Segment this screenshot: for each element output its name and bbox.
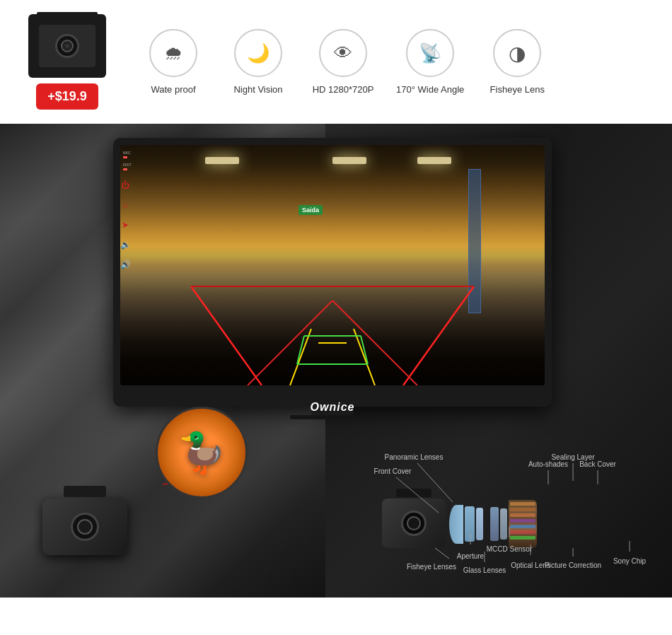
feature-hd: 👁 HD 1280*720P [311, 29, 375, 95]
bottom-camera-lens [71, 513, 99, 541]
svg-line-2 [290, 329, 311, 385]
hd-label: HD 1280*720P [313, 84, 374, 95]
glass-lenses-label: Glass Lenses [463, 566, 506, 574]
power-icon[interactable]: ⏻ [120, 180, 130, 190]
fisheye-lenses-label: Fisheye Lenses [407, 563, 456, 571]
fisheye-icon: ◑ [493, 29, 541, 77]
wide-angle-icon: 📡 [406, 29, 454, 77]
features-row: 🌧 Wate proof 🌙 Night Vision 👁 HD 1280*72… [141, 29, 651, 95]
camera-mount [42, 12, 92, 23]
feature-wide-angle: 📡 170° Wide Angle [396, 29, 464, 95]
feature-fisheye: ◑ Fisheye Lens [485, 29, 549, 95]
sony-chip-label: Sony Chip [613, 557, 647, 565]
wide-angle-label: 170° Wide Angle [396, 84, 464, 95]
waterproof-icon: 🌧 [149, 29, 197, 77]
waterproof-label: Wate proof [151, 84, 195, 95]
camera-lens [55, 34, 79, 58]
hd-icon: 👁 [319, 29, 367, 77]
top-section: +$19.9 🌧 Wate proof 🌙 Night Vision 👁 HD … [0, 0, 672, 124]
monitor-brand: Ownice [311, 401, 355, 414]
svg-line-0 [191, 286, 262, 385]
diagram-section: Auto-shades Sealing Layer Back Cover Pan… [361, 371, 658, 583]
rst-label: RST [123, 163, 132, 167]
camera-thumbnail: +$19.9 [21, 14, 113, 110]
svg-line-1 [403, 286, 474, 385]
feature-night-vision: 🌙 Night Vision [226, 29, 290, 95]
front-cover-label: Front Cover [374, 467, 412, 475]
fisheye-label: Fisheye Lens [490, 84, 545, 95]
bottom-camera-lens-inner [77, 519, 93, 535]
bottom-camera-body [42, 499, 127, 555]
camera-image [28, 14, 106, 78]
feature-waterproof: 🌧 Wate proof [141, 29, 205, 95]
price-badge[interactable]: +$19.9 [36, 83, 98, 110]
monitor-screen: Saida [120, 145, 545, 385]
svg-line-21 [435, 548, 449, 559]
vol-down-icon[interactable]: 🔉 [120, 240, 130, 250]
fisheye-circle: 🦆 [156, 407, 248, 499]
night-vision-label: Night Vision [233, 84, 282, 95]
auto-shades-label: Auto-shades [528, 460, 568, 468]
aperture-label: Aperture [457, 552, 485, 560]
mic-label: MIC RST [123, 151, 132, 170]
monitor-frame: MIC RST ⏻ ⌂ ➤ 🔉 🔊 Said [113, 138, 552, 407]
home-icon[interactable]: ⌂ [120, 200, 130, 210]
vol-up-icon[interactable]: 🔊 [120, 260, 130, 269]
panoramic-lenses-label: Panoramic Lenses [385, 453, 444, 461]
picture-correction-label: Picture Correction [545, 561, 601, 569]
svg-line-17 [417, 463, 453, 502]
mic-indicator [123, 156, 127, 158]
rst-indicator [123, 168, 127, 170]
mccd-sensor-label: MCCD Sensor [487, 545, 533, 553]
svg-line-18 [396, 477, 439, 513]
guide-lines-svg [120, 145, 545, 385]
diagram-labels-svg: Auto-shades Sealing Layer Back Cover Pan… [361, 371, 658, 583]
night-vision-icon: 🌙 [234, 29, 282, 77]
bottom-section: MIC RST ⏻ ⌂ ➤ 🔉 🔊 Said [0, 124, 672, 598]
camera-body [39, 25, 95, 67]
camera-lens-dot [65, 44, 69, 48]
duck-emoji: 🦆 [178, 430, 226, 476]
back-cover-label: Back Cover [579, 460, 616, 468]
camera-lens-inner [61, 40, 74, 52]
nav-icon[interactable]: ➤ [120, 220, 130, 230]
sidebar-icons: ⏻ ⌂ ➤ 🔉 🔊 [120, 180, 130, 269]
